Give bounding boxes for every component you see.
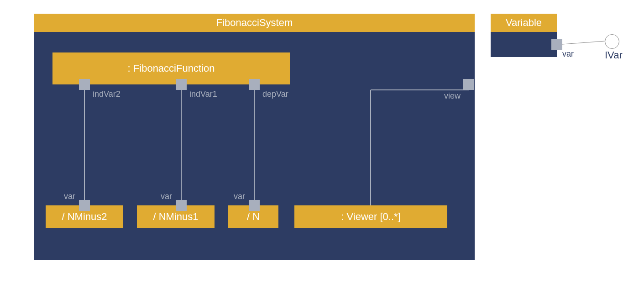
n-label: / N (247, 211, 260, 223)
nminus1-label: / NMinus1 (153, 211, 198, 223)
variable-title: Variable (506, 17, 542, 29)
ivar-interface-label: IVar (605, 49, 623, 61)
port-depvar-label: depVar (262, 89, 288, 99)
ivar-interface-icon (605, 34, 619, 49)
viewer-box: : Viewer [0..*] (294, 205, 447, 228)
variable-header: Variable (491, 14, 557, 32)
svg-line-5 (562, 41, 605, 44)
port-n-var (249, 200, 260, 211)
diagram-canvas: FibonacciSystem : FibonacciFunction indV… (0, 0, 644, 288)
nminus2-label: / NMinus2 (62, 211, 107, 223)
port-variable-var (551, 39, 562, 50)
viewer-label: : Viewer [0..*] (341, 211, 400, 223)
port-n-var-label: var (234, 192, 245, 201)
port-nminus1-var (176, 200, 187, 211)
port-variable-var-label: var (562, 49, 574, 59)
port-indvar1-label: indVar1 (189, 89, 217, 99)
port-nminus2-var (79, 200, 90, 211)
port-nminus1-var-label: var (161, 192, 172, 201)
port-indvar2-label: indVar2 (93, 89, 120, 99)
port-nminus2-var-label: var (64, 192, 75, 201)
fibonacci-system-header: FibonacciSystem (34, 14, 475, 32)
port-view (463, 79, 474, 90)
fibonacci-function-label: : FibonacciFunction (128, 63, 215, 74)
port-indvar1 (176, 79, 187, 90)
variable-body (491, 32, 557, 57)
port-indvar2 (79, 79, 90, 90)
port-depvar (249, 79, 260, 90)
fibonacci-system-title: FibonacciSystem (216, 17, 293, 29)
port-view-label: view (444, 91, 461, 101)
